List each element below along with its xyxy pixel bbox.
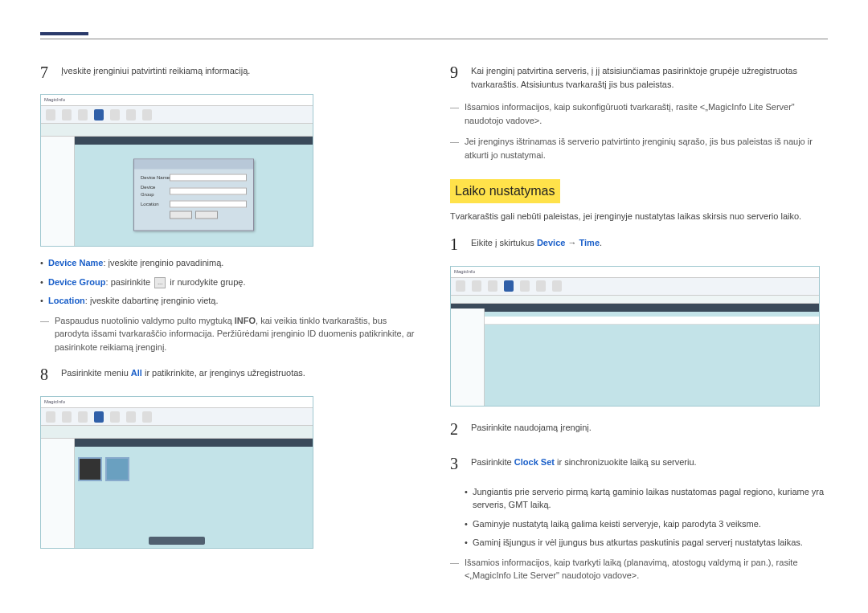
step-7-text: Įveskite įrenginiui patvirtinti reikiamą…	[61, 59, 418, 84]
note-text: Paspaudus nuotolinio valdymo pulto mygtu…	[55, 316, 235, 325]
screenshot-device-all: MagicInfo	[40, 396, 313, 549]
section-heading: Laiko nustatymas	[450, 179, 560, 203]
sidebar	[451, 309, 485, 406]
field-label: Device Group	[141, 184, 170, 198]
toolbar-icon-active	[504, 280, 514, 292]
toolbar-icon	[472, 280, 481, 292]
term-device-group: Device Group	[48, 277, 106, 287]
step-8-text: Pasirinkite meniu All ir patikrinkite, a…	[61, 362, 418, 386]
info-note: Išsamios informacijos, kaip tvarkyti lai…	[450, 556, 828, 582]
bullet-text: ir nurodykite grupę.	[167, 277, 245, 287]
step-3-text: Pasirinkite Clock Set ir sinchronizuokit…	[471, 451, 828, 476]
info-note: Jei įrenginys ištrinamas iš serverio pat…	[450, 135, 828, 161]
toolbar-icon	[488, 280, 497, 292]
step-number-2: 2	[450, 416, 471, 441]
term-time: Time	[579, 238, 600, 247]
accent-rule	[40, 32, 88, 35]
info-keyword: INFO	[235, 316, 256, 325]
toolbar-icon	[520, 280, 530, 292]
toolbar-icon	[46, 109, 55, 121]
tabs-bar	[451, 296, 819, 304]
toolbar-icon	[62, 411, 72, 423]
step-text-part: →	[565, 238, 579, 247]
browse-button-icon[interactable]: ...	[154, 277, 166, 288]
field-label: Location	[141, 201, 170, 208]
step-number-8: 8	[40, 362, 61, 386]
toolbar-icon-active	[94, 411, 104, 423]
info-note: Išsamios informacijos, kaip sukonfigūruo…	[450, 100, 828, 127]
subnav-bar	[41, 124, 313, 137]
subnav-bar	[41, 426, 313, 439]
toolbar-icon	[126, 411, 136, 423]
left-column: 7 Įveskite įrenginiui patvirtinti reikia…	[40, 59, 418, 591]
header-divider	[40, 39, 828, 39]
bullet-text: : įveskite dabartinę įrenginio vietą.	[85, 296, 219, 305]
step-1-text: Eikite į skirtukus Device → Time.	[471, 231, 828, 256]
step-2-text: Pasirinkite naudojamą įrenginį.	[471, 416, 828, 441]
bullet-location: Location: įveskite dabartinę įrenginio v…	[40, 294, 418, 308]
term-device: Device	[537, 238, 565, 247]
field-label: Device Name	[141, 174, 170, 182]
app-logo-text: MagicInfo	[44, 96, 65, 104]
toolbar-icon	[110, 411, 120, 423]
toolbar-icon-active	[94, 109, 104, 121]
toolbar-icon	[142, 411, 152, 423]
sub-bullet: Gaminyje nustatytą laiką galima keisti s…	[465, 517, 828, 531]
toolbar-icon	[456, 280, 465, 292]
step-text-part: .	[600, 238, 602, 247]
bullet-text: : įveskite įrenginio pavadinimą.	[104, 258, 224, 268]
device-card[interactable]	[105, 457, 129, 481]
toolbar-icon	[110, 109, 120, 121]
dialog-approve: Device Name Device Group Location	[133, 159, 254, 231]
bullet-device-group: Device Group: pasirinkite ... ir nurodyk…	[40, 276, 418, 289]
toolbar-icon	[78, 109, 88, 121]
sidebar	[41, 439, 75, 548]
term-location: Location	[48, 296, 85, 305]
sub-bullet: Jungiantis prie serverio pirmą kartą gam…	[465, 485, 828, 512]
device-name-input[interactable]	[170, 174, 247, 182]
toolbar-icon	[552, 280, 562, 292]
info-note: Paspaudus nuotolinio valdymo pulto mygtu…	[40, 314, 418, 354]
step-text-part: Eikite į skirtukus	[471, 238, 537, 247]
bullet-text: : pasirinkite	[106, 277, 154, 287]
step-number-7: 7	[40, 59, 61, 84]
sidebar	[41, 137, 75, 246]
screenshot-device-time: MagicInfo	[450, 266, 820, 407]
app-logo-text: MagicInfo	[44, 398, 65, 406]
toolbar-icon	[142, 109, 152, 121]
ok-button[interactable]	[170, 211, 192, 219]
term-all: All	[131, 368, 142, 378]
location-input[interactable]	[170, 201, 247, 208]
step-number-9: 9	[450, 59, 471, 91]
screenshot-approve-dialog: MagicInfo Device N	[40, 94, 313, 247]
step-text-part: ir sinchronizuokite laiką su serveriu.	[555, 457, 697, 467]
step-number-3: 3	[450, 451, 471, 476]
app-logo-text: MagicInfo	[454, 268, 475, 276]
term-device-name: Device Name	[48, 258, 104, 268]
term-clock-set: Clock Set	[514, 457, 555, 467]
toolbar-icon	[62, 109, 72, 121]
section-intro: Tvarkaraštis gali nebūti paleistas, jei …	[450, 210, 828, 223]
device-group-input[interactable]	[170, 187, 247, 194]
device-card[interactable]	[78, 457, 102, 481]
right-column: 9 Kai įrenginį patvirtina serveris, į jį…	[450, 59, 828, 591]
device-list-row[interactable]	[485, 317, 819, 325]
cancel-button[interactable]	[195, 211, 218, 219]
dark-bar	[41, 439, 313, 447]
toolbar-icon	[78, 411, 88, 423]
step-number-1: 1	[450, 231, 471, 256]
toolbar-icon	[126, 109, 136, 121]
step-9-text: Kai įrenginį patvirtina serveris, į jį a…	[471, 59, 828, 91]
step-text-part: Pasirinkite	[471, 457, 514, 467]
bullet-device-name: Device Name: įveskite įrenginio pavadini…	[40, 256, 418, 270]
step-text-part: ir patikrinkite, ar įrenginys užregistru…	[142, 368, 305, 378]
dark-bar	[451, 304, 819, 312]
toolbar-icon	[46, 411, 55, 423]
dialog-titlebar	[134, 160, 253, 170]
toolbar-icon	[536, 280, 546, 292]
step-text-part: Pasirinkite meniu	[61, 368, 131, 378]
sub-bullet: Gaminį išjungus ir vėl įjungus bus atkur…	[465, 536, 828, 550]
pager-bar	[149, 537, 205, 545]
